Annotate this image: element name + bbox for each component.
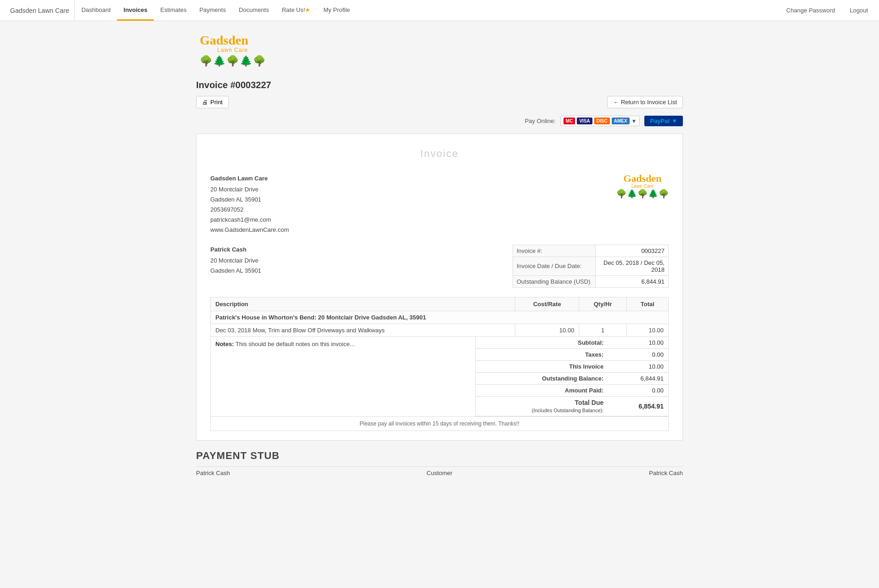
bill-details-row: Patrick Cash 20 Montclair Drive Gadsden … (210, 245, 669, 288)
nav-documents[interactable]: Documents (232, 0, 276, 21)
detail-num-value: 0003227 (596, 245, 669, 257)
paypal-label: PayPal (650, 118, 670, 124)
table-header-row: Description Cost/Rate Qty/Hr Total (211, 297, 669, 311)
detail-row-number: Invoice #: 0003227 (513, 245, 669, 257)
nav-payments[interactable]: Payments (193, 0, 232, 21)
subtotal-value: 10.00 (608, 337, 668, 349)
logo-text-sub: Lawn Care (200, 47, 265, 53)
paypal-button[interactable]: PayPal ▼ (644, 116, 683, 126)
invoice-title: Invoice #0003227 (196, 80, 271, 90)
action-bar: 🖨 Print ← Return to Invoice List (196, 96, 683, 108)
notes-label: Notes: (215, 341, 234, 347)
from-city-state: Gadsden AL 35901 (210, 195, 289, 205)
invoice-doc-title: Invoice (210, 148, 669, 160)
amount-paid-row: Amount Paid: 0.00 (476, 384, 668, 396)
totals-table: Subtotal: 10.00 Taxes: 0.00 This Invoice… (476, 337, 668, 416)
company-logo: Gadsden Lawn Care 🌳 🌲 🌳 🌲 🌳 (196, 30, 269, 71)
to-name: Patrick Cash (210, 245, 261, 255)
notes-totals-row: Notes: This should be default notes on t… (210, 337, 669, 417)
col-description: Description (211, 297, 515, 311)
from-address1: 20 Montclair Drive (210, 185, 289, 195)
subtotal-label: Subtotal: (476, 337, 608, 349)
from-phone: 2053697052 (210, 205, 289, 215)
line-description: Dec 03, 2018 Mow, Trim and Blow Off Driv… (211, 324, 515, 336)
inline-logo-text-top: Gadsden (616, 174, 669, 184)
detail-date-label: Invoice Date / Due Date: (513, 257, 596, 275)
outstanding-row: Outstanding Balance: 6,844.91 (476, 372, 668, 384)
return-label: ← Return to Invoice List (613, 99, 677, 106)
logo-text-top: Gadsden (200, 34, 265, 47)
card-icons[interactable]: MC VISA DISC AMEX ▼ (560, 116, 640, 126)
invoice-addresses: Gadsden Lawn Care 20 Montclair Drive Gad… (210, 174, 669, 235)
nav-my-profile[interactable]: My Profile (317, 0, 356, 21)
col-cost-rate: Cost/Rate (515, 297, 579, 311)
nav-change-password[interactable]: Change Password (780, 7, 841, 14)
nav-brand: Gadsden Lawn Care (5, 0, 75, 21)
inline-logo-trees: 🌳 🌲 🌳 🌲 🌳 (616, 189, 669, 199)
tree-icon-5: 🌳 (253, 55, 265, 67)
from-company-name: Gadsden Lawn Care (210, 174, 289, 184)
nav-dashboard[interactable]: Dashboard (75, 0, 117, 21)
from-address: Gadsden Lawn Care 20 Montclair Drive Gad… (210, 174, 289, 235)
company-logo-inline: Gadsden Lawn Care 🌳 🌲 🌳 🌲 🌳 (616, 174, 669, 199)
line-total: 10.00 (626, 324, 668, 336)
total-due-label: Total Due (Includes Outstanding Balance)… (476, 396, 608, 416)
invoice-details-table: Invoice #: 0003227 Invoice Date / Due Da… (513, 245, 669, 288)
visa-icon: VISA (577, 118, 592, 124)
pay-online-bar: Pay Online: MC VISA DISC AMEX ▼ PayPal ▼ (196, 116, 683, 126)
card-dropdown-button[interactable]: ▼ (631, 118, 637, 124)
detail-balance-value: 6,844.91 (596, 275, 669, 287)
nav-estimates[interactable]: Estimates (154, 0, 193, 21)
stub-row: Patrick Cash Customer Patrick Cash (196, 466, 683, 479)
nav-logout[interactable]: Logout (843, 7, 874, 14)
detail-row-date: Invoice Date / Due Date: Dec 05, 2018 / … (513, 257, 669, 275)
tree-icon-3: 🌳 (226, 55, 239, 67)
invoice-header: Invoice #0003227 (196, 80, 683, 90)
taxes-row: Taxes: 0.00 (476, 348, 668, 360)
nav-invoices[interactable]: Invoices (117, 0, 154, 21)
line-qty-hr: 1 (579, 324, 626, 336)
line-cost-rate: 10.00 (515, 324, 579, 336)
amount-paid-value: 0.00 (608, 384, 668, 396)
nav-links: Dashboard Invoices Estimates Payments Do… (75, 0, 780, 21)
star-icon: ★ (305, 6, 310, 13)
total-due-value: 6,854.91 (608, 396, 668, 416)
logo-trees: 🌳 🌲 🌳 🌲 🌳 (200, 55, 265, 67)
total-due-row: Total Due (Includes Outstanding Balance)… (476, 396, 668, 416)
mastercard-icon: MC (563, 118, 575, 124)
return-to-list-button[interactable]: ← Return to Invoice List (607, 96, 683, 108)
this-invoice-label: This Invoice (476, 360, 608, 372)
detail-date-value: Dec 05, 2018 / Dec 05, 2018 (596, 257, 669, 275)
detail-row-balance: Outstanding Balance (USD) 6,844.91 (513, 275, 669, 287)
print-button[interactable]: 🖨 Print (196, 96, 229, 108)
logo-area: Gadsden Lawn Care 🌳 🌲 🌳 🌲 🌳 (196, 30, 683, 71)
outstanding-value: 6,844.91 (608, 372, 668, 384)
from-website: www.GadsdenLawnCare.com (210, 225, 289, 235)
stub-customer-name: Patrick Cash (196, 470, 230, 476)
nav-rate-us[interactable]: Rate Us! ★ (276, 0, 317, 21)
taxes-label: Taxes: (476, 348, 608, 360)
navbar: Gadsden Lawn Care Dashboard Invoices Est… (0, 0, 879, 21)
main-content: Gadsden Lawn Care 🌳 🌲 🌳 🌲 🌳 Invoice #000… (187, 21, 692, 488)
pay-online-label: Pay Online: (525, 118, 556, 124)
from-email: patrickcash1@me.com (210, 215, 289, 225)
this-invoice-row: This Invoice 10.00 (476, 360, 668, 372)
detail-balance-label: Outstanding Balance (USD) (513, 275, 596, 287)
payment-stub-title: PAYMENT STUB (196, 450, 683, 462)
paypal-dropdown-icon: ▼ (671, 118, 677, 124)
inline-tree-4: 🌲 (648, 189, 658, 199)
inline-tree-2: 🌲 (627, 189, 637, 199)
invoice-footer-message: Please pay all invoices within 15 days o… (210, 417, 669, 431)
inline-tree-3: 🌳 (637, 189, 648, 199)
amount-paid-label: Amount Paid: (476, 384, 608, 396)
stub-right-value: Patrick Cash (649, 470, 683, 476)
payment-stub: PAYMENT STUB Patrick Cash Customer Patri… (196, 450, 683, 479)
discover-icon: DISC (594, 118, 610, 124)
notes-cell: Notes: This should be default notes on t… (210, 337, 476, 417)
invoice-document: Invoice Gadsden Lawn Care 20 Montclair D… (196, 134, 683, 441)
inline-logo-text-sub: Lawn Care (616, 184, 669, 189)
stub-customer-label: Customer (427, 470, 452, 476)
line-items-table: Description Cost/Rate Qty/Hr Total Patri… (210, 297, 669, 337)
detail-num-label: Invoice #: (513, 245, 596, 257)
col-qty-hr: Qty/Hr (579, 297, 626, 311)
